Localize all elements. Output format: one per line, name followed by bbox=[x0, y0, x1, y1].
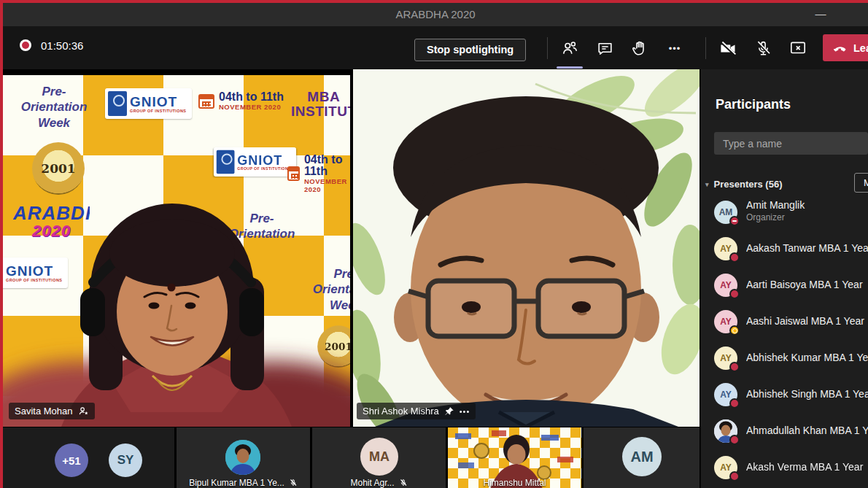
participant-row[interactable]: Ahmadullah Khan MBA 1 Year bbox=[701, 413, 868, 449]
avatar-initials: AM bbox=[719, 207, 733, 217]
presence-away-icon bbox=[729, 325, 740, 336]
participant-row[interactable]: AM Amit Manglik Organizer bbox=[701, 194, 868, 231]
presence-busy-icon bbox=[729, 471, 740, 481]
avatar-initials: AY bbox=[720, 390, 732, 400]
camera-off-icon bbox=[718, 39, 738, 58]
participant-name: Aashi Jaiswal MBA 1 Year bbox=[746, 315, 868, 327]
camera-toggle-button[interactable] bbox=[712, 33, 744, 63]
stop-spotlighting-button[interactable]: Stop spotlighting bbox=[414, 39, 526, 61]
participant-tile-himanshu[interactable]: Himanshu Mittal bbox=[448, 427, 581, 488]
teams-meeting-window: ARABDHA 2020 — 01:50:36 Stop spotlightin… bbox=[0, 0, 868, 488]
mute-all-button[interactable]: Mute all bbox=[854, 173, 868, 193]
presence-dnd-icon bbox=[729, 216, 740, 226]
mic-off-icon bbox=[399, 479, 408, 487]
participant-name: Abhishek Kumar MBA 1 Year bbox=[746, 352, 868, 363]
panel-title: Participants bbox=[716, 97, 791, 112]
avatar bbox=[714, 419, 737, 443]
filmstrip: +51 SY Bipul Kumar MBA 1 Ye... bbox=[0, 427, 700, 488]
presence-busy-icon bbox=[729, 435, 740, 445]
participant-row[interactable]: AY Aarti Baisoya MBA 1 Year bbox=[701, 267, 868, 303]
chat-button[interactable] bbox=[589, 33, 621, 63]
avatar: SY bbox=[109, 444, 142, 477]
minimize-button[interactable]: — bbox=[808, 6, 833, 23]
participant-tile-bipul[interactable]: Bipul Kumar MBA 1 Ye... bbox=[177, 427, 310, 488]
video-stage: Pre-OrientationWeek GNIOT GROUP OF INSTI… bbox=[0, 69, 700, 427]
toolbar-divider bbox=[705, 37, 706, 59]
presence-busy-icon bbox=[729, 289, 740, 299]
participant-row[interactable]: AY Akash Verma MBA 1 Year bbox=[701, 449, 868, 486]
leave-label: Leave bbox=[853, 42, 868, 54]
mic-off-icon bbox=[754, 39, 772, 58]
participant-name: Ahmadullah Khan MBA 1 Year bbox=[746, 425, 868, 436]
participant-row[interactable]: AY Aakash Tanwar MBA 1 Year( bbox=[701, 231, 868, 267]
active-tab-underline bbox=[557, 66, 583, 69]
participant-row[interactable]: AY Aashi Jaiswal MBA 1 Year bbox=[701, 303, 868, 340]
avatar: AY bbox=[714, 383, 737, 406]
avatar: AY bbox=[714, 274, 737, 297]
raise-hand-icon bbox=[630, 39, 648, 58]
spotlighted-name: Savita Mohan bbox=[15, 406, 73, 417]
presence-busy-icon bbox=[729, 362, 740, 372]
participant-name-chip: Shri Ashok Mishra ••• bbox=[357, 403, 476, 419]
participant-role: Organizer bbox=[746, 212, 785, 222]
spotlight-icon bbox=[78, 406, 89, 417]
section-label: Presenters (56) bbox=[714, 179, 783, 190]
raise-hand-button[interactable] bbox=[623, 33, 655, 63]
participant-name: Abhishek Singh MBA 1 Year bbox=[746, 388, 868, 400]
search-input[interactable] bbox=[714, 132, 868, 155]
share-screen-x-icon bbox=[788, 39, 807, 58]
tile-label: Mohit Agr... bbox=[312, 478, 446, 488]
avatar: AY bbox=[714, 310, 737, 333]
avatar-initials: AY bbox=[720, 353, 732, 363]
people-icon bbox=[560, 39, 579, 58]
avatar: AY bbox=[714, 456, 737, 479]
spotlight-video-savita[interactable]: Pre-OrientationWeek GNIOT GROUP OF INSTI… bbox=[3, 69, 350, 427]
avatar: AY bbox=[714, 237, 737, 260]
leave-button[interactable]: Leave bbox=[823, 34, 868, 61]
participant-name-chip: Savita Mohan bbox=[9, 403, 95, 419]
participant-name: Aarti Baisoya MBA 1 Year bbox=[746, 279, 868, 290]
recording-border-left bbox=[0, 0, 3, 488]
mic-toggle-button[interactable] bbox=[747, 33, 779, 63]
participant-name: Amit Manglik bbox=[746, 199, 868, 211]
avatar-initials: AY bbox=[720, 280, 732, 290]
presence-busy-icon bbox=[729, 398, 740, 408]
recording-indicator-icon bbox=[22, 42, 29, 49]
participant-name: Aakash Tanwar MBA 1 Year( bbox=[746, 242, 868, 254]
tile-label: Himanshu Mittal bbox=[448, 478, 581, 488]
avatar-initials: AY bbox=[720, 462, 732, 473]
chat-icon bbox=[596, 39, 614, 58]
more-actions-icon: ••• bbox=[669, 43, 681, 54]
presenters-section-header[interactable]: ▾ Presenters (56) bbox=[705, 179, 782, 190]
mic-off-icon bbox=[289, 479, 298, 487]
savita-portrait bbox=[3, 69, 350, 427]
participant-row[interactable]: AY Abhishek Kumar MBA 1 Year bbox=[701, 340, 868, 376]
participant-tile-am[interactable]: AM bbox=[584, 427, 700, 488]
pin-icon bbox=[444, 406, 454, 417]
avatar-initials: AY bbox=[720, 244, 732, 254]
chevron-down-icon: ▾ bbox=[705, 181, 709, 188]
hangup-phone-icon bbox=[833, 41, 848, 55]
meeting-title: ARABDHA 2020 bbox=[3, 8, 868, 20]
avatar: AM bbox=[714, 201, 737, 224]
title-bar: ARABDHA 2020 — bbox=[3, 3, 868, 26]
more-actions-button[interactable]: ••• bbox=[659, 33, 691, 63]
toolbar-divider bbox=[547, 37, 548, 59]
participant-tile-mohit[interactable]: MA Mohit Agr... bbox=[312, 427, 446, 488]
overflow-count-badge: +51 bbox=[55, 444, 88, 477]
participant-row[interactable]: AY Abhishek Singh MBA 1 Year bbox=[701, 376, 868, 413]
avatar: AY bbox=[714, 346, 737, 370]
stop-sharing-button[interactable] bbox=[782, 33, 814, 63]
participants-panel: Participants ▾ Presenters (56) Mute all … bbox=[701, 69, 868, 488]
spotlight-video-ashok[interactable]: Shri Ashok Mishra ••• bbox=[353, 69, 700, 427]
show-participants-button[interactable] bbox=[554, 33, 586, 63]
ashok-portrait bbox=[353, 69, 700, 427]
recording-border-top bbox=[0, 0, 868, 3]
avatar: MA bbox=[360, 438, 398, 476]
overflow-tile[interactable]: +51 SY bbox=[3, 427, 174, 488]
meeting-timer: 01:50:36 bbox=[41, 39, 83, 52]
avatar bbox=[225, 440, 260, 475]
tile-label: Bipul Kumar MBA 1 Ye... bbox=[177, 478, 310, 488]
tile-more-options[interactable]: ••• bbox=[460, 407, 470, 416]
avatar-initials: AY bbox=[720, 317, 732, 327]
